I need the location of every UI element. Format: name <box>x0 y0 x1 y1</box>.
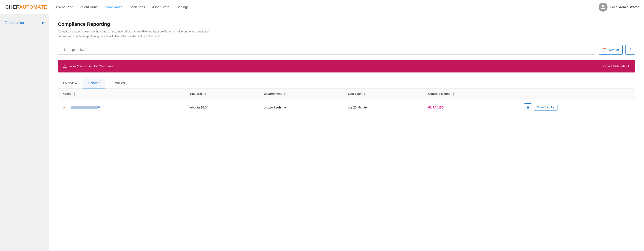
cell-control-failures: 62 FAILED <box>424 100 520 115</box>
app-logo: CHEFAUTOMATE <box>5 4 48 10</box>
user-icon <box>600 5 606 9</box>
sidebar: ⬡ Reporting ▶ <box>0 14 49 251</box>
page-description: Compliance reports describe the status o… <box>58 29 209 39</box>
table-body: ▲ i-0f2 ubuntu 18.04 opsworks-demo vor 2… <box>58 100 635 115</box>
banner-left: ⚠ Your System is Not Compliant <box>63 64 602 69</box>
sort-platform-icon[interactable]: ▲ ▼ <box>204 92 206 96</box>
tab-nodes[interactable]: 1 Nodes <box>82 78 106 88</box>
table-container: Nodes ▲ ▼ Platform ▲ ▼ <box>58 88 635 115</box>
layout: ⬡ Reporting ▶ Compliance Reporting Compl… <box>0 14 644 251</box>
tabs: Overview 1 Nodes 1 Profiles <box>58 78 635 88</box>
nodes-table: Nodes ▲ ▼ Platform ▲ ▼ <box>58 88 635 115</box>
nav-compliance[interactable]: Compliance <box>105 5 122 9</box>
col-environment[interactable]: Environment ▲ ▼ <box>260 88 344 100</box>
warning-icon: ⚠ <box>63 64 67 69</box>
col-nodes[interactable]: Nodes ▲ ▼ <box>58 88 186 100</box>
filter-input[interactable] <box>58 45 596 55</box>
cell-actions: ☰ Scan Results <box>520 100 635 115</box>
failed-count: 62 FAILED <box>428 106 444 109</box>
nav-scan-jobs[interactable]: Scan Jobs <box>130 5 145 9</box>
sidebar-item-reporting[interactable]: ⬡ Reporting ▶ <box>0 18 49 27</box>
filter-row: 📅 4/25/19 ⇧ <box>58 45 635 55</box>
compliance-banner: ⚠ Your System is Not Compliant Report Me… <box>58 60 635 72</box>
cell-environment: opsworks-demo <box>260 100 344 115</box>
nav-client-runs[interactable]: Client Runs <box>80 5 98 9</box>
reporting-icon: ⬡ <box>4 20 8 25</box>
cell-platform: ubuntu 18.04 <box>186 100 260 115</box>
date-label: 4/25/19 <box>608 48 619 52</box>
sidebar-arrow-icon: ▶ <box>42 21 44 24</box>
col-platform[interactable]: Platform ▲ ▼ <box>186 88 260 100</box>
download-icon: ⇧ <box>629 47 632 52</box>
page-title: Compliance Reporting <box>58 21 635 27</box>
filter-node-button[interactable]: ☰ <box>524 103 532 111</box>
nav-asset-store[interactable]: Asset Store <box>152 5 170 9</box>
filter-icon: ☰ <box>526 106 530 109</box>
main-content: Compliance Reporting Compliance reports … <box>49 14 644 251</box>
node-warning-icon: ▲ <box>62 105 66 109</box>
sort-nodes-icon[interactable]: ▲ ▼ <box>74 92 76 96</box>
logo-automate: AUTOMATE <box>19 4 48 10</box>
sort-environment-icon[interactable]: ▲ ▼ <box>284 92 286 96</box>
tab-profiles[interactable]: 1 Profiles <box>106 78 130 88</box>
report-metadata-label: Report Metadata <box>602 64 626 68</box>
scan-results-button[interactable]: Scan Results <box>534 104 558 110</box>
table-row: ▲ i-0f2 ubuntu 18.04 opsworks-demo vor 2… <box>58 100 635 115</box>
sort-failures-icon[interactable]: ▲ ▼ <box>452 92 454 96</box>
cell-last-scan: vor 26 Minuten <box>344 100 424 115</box>
node-link[interactable]: i-0f2 <box>68 105 100 109</box>
nav-right: Local Administrator <box>598 3 639 11</box>
topnav: CHEFAUTOMATE Event Feed Client Runs Comp… <box>0 0 644 14</box>
action-buttons: ☰ Scan Results <box>524 103 630 111</box>
nav-username: Local Administrator <box>610 5 639 9</box>
nav-links: Event Feed Client Runs Compliance Scan J… <box>56 5 599 9</box>
nav-settings[interactable]: Settings <box>177 5 189 9</box>
banner-message: Your System is Not Compliant <box>70 64 114 68</box>
nav-event-feed[interactable]: Event Feed <box>56 5 74 9</box>
tab-overview[interactable]: Overview <box>58 78 82 88</box>
plus-icon: + <box>627 64 630 68</box>
date-picker-button[interactable]: 📅 4/25/19 <box>598 45 623 55</box>
col-actions <box>520 88 635 100</box>
logo-chef: CHEF <box>5 4 19 10</box>
cell-node-name: ▲ i-0f2 <box>58 100 186 115</box>
table-header: Nodes ▲ ▼ Platform ▲ ▼ <box>58 88 635 100</box>
sidebar-item-label: Reporting <box>9 21 24 24</box>
avatar[interactable] <box>598 3 608 11</box>
col-control-failures[interactable]: Control Failures ▲ ▼ <box>424 88 520 100</box>
report-metadata-button[interactable]: Report Metadata + <box>602 64 630 68</box>
sort-lastscan-icon[interactable]: ▲ ▼ <box>364 92 366 96</box>
col-last-scan[interactable]: Last Scan ▲ ▼ <box>344 88 424 100</box>
download-button[interactable]: ⇧ <box>625 45 635 55</box>
calendar-icon: 📅 <box>602 48 607 52</box>
